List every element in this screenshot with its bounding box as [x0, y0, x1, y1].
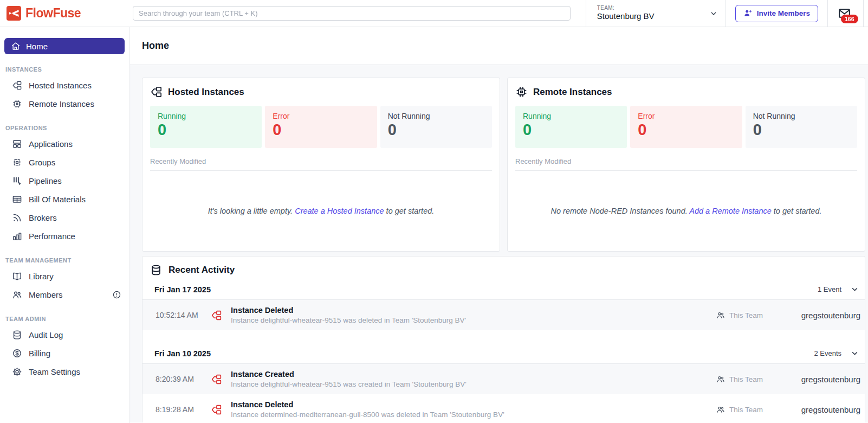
activity-group-header[interactable]: Fri Jan 17 2025 1 Event [142, 285, 865, 300]
stat-running: Running 0 [515, 106, 627, 148]
members-icon [12, 290, 22, 300]
groups-icon [12, 157, 22, 168]
recent-activity-icon [150, 264, 162, 276]
hosted-instances-card: Hosted Instances Running 0 Error 0 Not R… [142, 78, 500, 252]
instance-event-icon [211, 310, 222, 321]
event-title: Instance Deleted [231, 400, 716, 409]
stat-not-running: Not Running 0 [380, 106, 492, 148]
stat-label: Running [158, 112, 254, 120]
activity-event-row[interactable]: 8:19:28 AM Instance Deleted Instance det… [142, 394, 865, 422]
invite-members-label: Invite Members [757, 9, 810, 17]
library-icon [12, 271, 22, 281]
activity-group-date: Fri Jan 17 2025 [154, 285, 211, 294]
stat-running: Running 0 [150, 106, 262, 148]
divider [863, 0, 864, 27]
sidebar-item-label: Members [29, 290, 63, 299]
instance-event-icon [211, 374, 222, 385]
event-scope-label: This Team [729, 406, 763, 414]
event-user: gregstoutenburg [779, 311, 860, 320]
content-area: Hosted Instances Running 0 Error 0 Not R… [130, 65, 868, 422]
stat-value: 0 [388, 121, 484, 139]
recently-modified-label: Recently Modified [150, 157, 492, 171]
sidebar-item-label: Bill Of Materials [29, 195, 86, 204]
sidebar-item-hosted-instances[interactable]: Hosted Instances [0, 76, 129, 94]
event-description: Instance delightful-wheatear-9515 was de… [231, 316, 716, 324]
section-label-operations: OPERATIONS [5, 125, 129, 131]
flowfuse-logo[interactable]: FlowFuse [0, 6, 133, 21]
sidebar-item-library[interactable]: Library [0, 267, 129, 285]
sidebar-item-performance[interactable]: Performance [0, 227, 129, 245]
sidebar-item-applications[interactable]: Applications [0, 134, 129, 153]
empty-text: It's looking a little empty. [208, 207, 295, 215]
event-time: 10:52:14 AM [156, 311, 205, 319]
activity-group-header[interactable]: Fri Jan 10 2025 2 Events [142, 349, 865, 364]
stat-label: Running [523, 112, 619, 120]
sidebar-item-audit-log[interactable]: Audit Log [0, 325, 129, 344]
add-remote-instance-link[interactable]: Add a Remote Instance [689, 207, 772, 215]
performance-icon [12, 231, 22, 241]
sidebar-item-pipelines[interactable]: Pipelines [0, 171, 129, 190]
event-scope-label: This Team [729, 311, 763, 319]
sidebar-item-label: Applications [29, 139, 73, 149]
brokers-icon [12, 213, 22, 223]
sidebar-item-members[interactable]: Members [0, 285, 129, 304]
user-add-icon [743, 9, 753, 18]
event-description: Instance determined-mediterranean-gull-8… [231, 411, 716, 419]
sidebar-item-home[interactable]: Home [4, 38, 125, 54]
sidebar-item-label: Performance [29, 232, 75, 241]
page-header: Home [130, 27, 868, 65]
event-scope-label: This Team [729, 375, 763, 383]
event-title: Instance Created [231, 370, 716, 379]
create-hosted-instance-link[interactable]: Create a Hosted Instance [295, 207, 384, 215]
search-input[interactable] [133, 6, 571, 21]
pipelines-icon [12, 176, 22, 186]
card-title: Remote Instances [533, 87, 612, 98]
card-title: Hosted Instances [168, 87, 244, 98]
sidebar-item-team-settings[interactable]: Team Settings [0, 362, 129, 381]
activity-event-row[interactable]: 8:20:39 AM Instance Created Instance del… [142, 364, 865, 394]
team-selector[interactable]: TEAM: Stoutenburg BV [586, 0, 726, 27]
top-bar: FlowFuse TEAM: Stoutenburg BV Invite Mem… [0, 0, 868, 27]
sidebar: Home INSTANCES Hosted Instances Remote I… [0, 27, 129, 423]
sidebar-item-label: Brokers [29, 213, 57, 222]
main-area: Home Hosted Instances Running 0 [130, 27, 868, 423]
event-title: Instance Deleted [231, 306, 716, 315]
team-icon [716, 375, 725, 383]
team-icon [716, 405, 725, 414]
stat-label: Not Running [388, 112, 484, 120]
sidebar-item-brokers[interactable]: Brokers [0, 208, 129, 227]
billing-icon [12, 348, 22, 358]
sidebar-item-label: Audit Log [29, 330, 63, 339]
empty-text: to get started. [772, 207, 822, 215]
sidebar-item-billing[interactable]: Billing [0, 344, 129, 362]
chevron-down-icon [850, 349, 859, 358]
team-label: TEAM: [597, 5, 655, 12]
section-label-team-admin: TEAM ADMIN [5, 316, 129, 322]
remote-empty-state: No remote Node-RED Instances found. Add … [515, 171, 857, 251]
sidebar-item-bill-of-materials[interactable]: Bill Of Materials [0, 190, 129, 208]
sidebar-item-label: Library [29, 272, 54, 281]
logo-text: FlowFuse [25, 6, 81, 21]
applications-icon [12, 139, 22, 149]
stat-value: 0 [638, 121, 734, 139]
sidebar-item-remote-instances[interactable]: Remote Instances [0, 94, 129, 113]
sidebar-item-label: Groups [29, 158, 55, 167]
audit-log-icon [12, 330, 22, 340]
card-title: Recent Activity [169, 265, 235, 275]
event-time: 8:19:28 AM [156, 405, 205, 414]
event-user: gregstoutenburg [779, 375, 860, 384]
team-settings-icon [12, 367, 22, 377]
stat-value: 0 [753, 121, 850, 139]
bill-of-materials-icon [12, 194, 22, 204]
activity-group-date: Fri Jan 10 2025 [154, 349, 211, 358]
notifications-button[interactable]: 166 [828, 0, 863, 27]
invite-members-button[interactable]: Invite Members [735, 5, 818, 22]
chevron-down-icon [709, 9, 718, 18]
sidebar-item-groups[interactable]: Groups [0, 153, 129, 171]
sidebar-item-label: Home [26, 42, 48, 51]
home-icon [11, 41, 21, 51]
activity-event-row[interactable]: 10:52:14 AM Instance Deleted Instance de… [142, 300, 865, 330]
notification-count-badge: 166 [841, 15, 858, 23]
empty-text: to get started. [384, 207, 435, 215]
sidebar-item-label: Pipelines [29, 176, 62, 185]
